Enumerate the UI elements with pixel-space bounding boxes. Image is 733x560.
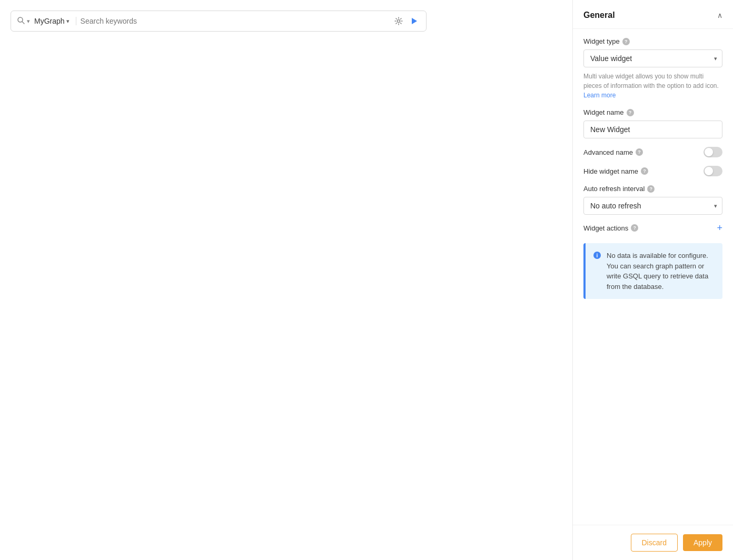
hide-widget-name-label: Hide widget name ?	[583, 167, 648, 175]
hide-widget-name-help-icon[interactable]: ?	[641, 167, 648, 175]
main-content: ▾ MyGraph ▾	[0, 0, 572, 560]
widget-name-input[interactable]	[583, 121, 722, 138]
widget-name-label: Widget name ?	[583, 108, 722, 116]
panel-content: Widget type ? Value widget Chart widget …	[573, 29, 733, 525]
search-actions	[393, 15, 420, 27]
info-text: No data is available for configure. You …	[607, 251, 715, 292]
graph-selector[interactable]: MyGraph ▾	[32, 16, 72, 26]
advanced-name-row: Advanced name ?	[583, 147, 722, 157]
widget-actions-row: Widget actions ? +	[583, 223, 722, 233]
hide-widget-name-toggle[interactable]	[704, 166, 722, 176]
advanced-name-help-icon[interactable]: ?	[636, 148, 643, 156]
search-bar: ▾ MyGraph ▾	[11, 11, 427, 32]
discard-button[interactable]: Discard	[631, 534, 678, 552]
divider	[76, 17, 76, 25]
settings-button[interactable]	[393, 16, 404, 26]
widget-type-label: Widget type ?	[583, 37, 722, 45]
graph-name-label: MyGraph	[34, 17, 65, 25]
search-icon	[17, 17, 25, 26]
widget-type-help-icon[interactable]: ?	[622, 38, 630, 45]
collapse-button[interactable]: ∧	[717, 11, 722, 19]
info-icon: i	[593, 251, 601, 292]
auto-refresh-help-icon[interactable]: ?	[647, 185, 655, 193]
widget-type-select-wrapper: Value widget Chart widget Table widget ▾	[583, 49, 722, 67]
search-bar-left: ▾ MyGraph ▾	[17, 16, 389, 26]
graph-chevron-icon: ▾	[66, 18, 70, 25]
advanced-name-label: Advanced name ?	[583, 148, 643, 156]
auto-refresh-label: Auto refresh interval ?	[583, 185, 722, 193]
search-input[interactable]	[81, 17, 389, 25]
play-button[interactable]	[408, 15, 420, 27]
svg-line-1	[22, 22, 24, 24]
add-action-button[interactable]: +	[717, 223, 722, 233]
widget-type-select[interactable]: Value widget Chart widget Table widget	[583, 49, 722, 67]
info-box: i No data is available for configure. Yo…	[583, 243, 722, 299]
widget-name-help-icon[interactable]: ?	[627, 109, 634, 116]
auto-refresh-group: Auto refresh interval ? No auto refresh …	[583, 185, 722, 215]
auto-refresh-select[interactable]: No auto refresh 30 seconds 1 minute 5 mi…	[583, 197, 722, 215]
panel-header: General ∧	[573, 0, 733, 29]
advanced-name-toggle[interactable]	[704, 147, 722, 157]
widget-name-group: Widget name ?	[583, 108, 722, 138]
learn-more-link[interactable]: Learn more	[583, 92, 616, 99]
hide-widget-name-row: Hide widget name ?	[583, 166, 722, 176]
widget-actions-label: Widget actions ?	[583, 224, 638, 232]
search-chevron-icon[interactable]: ▾	[27, 18, 30, 25]
panel-footer: Discard Apply	[573, 525, 733, 560]
widget-type-group: Widget type ? Value widget Chart widget …	[583, 37, 722, 100]
apply-button[interactable]: Apply	[683, 534, 722, 551]
auto-refresh-select-wrapper: No auto refresh 30 seconds 1 minute 5 mi…	[583, 197, 722, 215]
widget-type-description: Multi value widget allows you to show mu…	[583, 72, 722, 100]
svg-marker-3	[412, 18, 417, 24]
svg-text:i: i	[597, 253, 598, 258]
panel-title: General	[583, 11, 615, 20]
svg-point-2	[398, 20, 400, 23]
widget-actions-help-icon[interactable]: ?	[631, 224, 638, 232]
right-panel: General ∧ Widget type ? Value widget Cha…	[572, 0, 733, 560]
